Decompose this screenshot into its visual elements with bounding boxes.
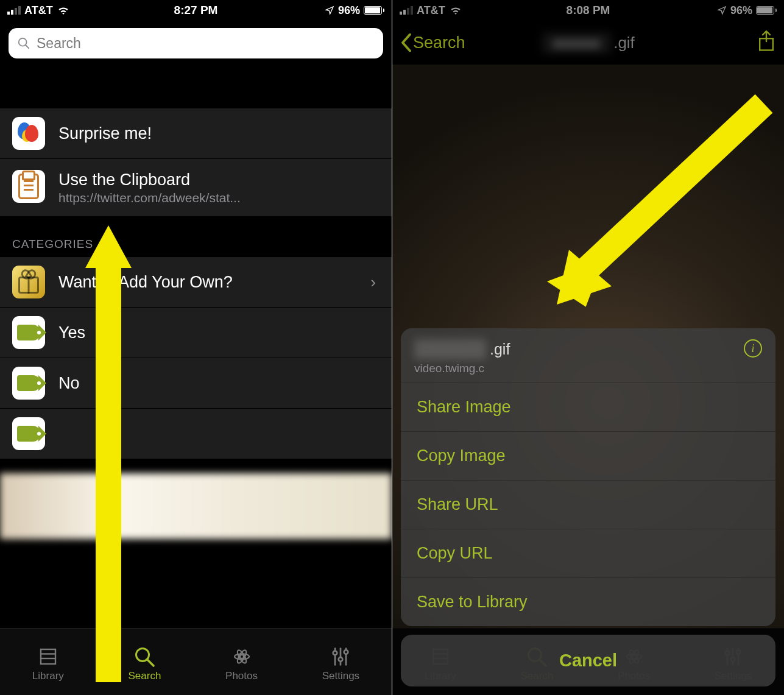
nav-bar: Search xxxxxx .gif (392, 21, 784, 65)
svg-point-14 (333, 651, 337, 655)
svg-point-16 (344, 650, 348, 654)
back-label: Search (413, 34, 465, 52)
left-screen: AT&T 8:27 PM 96% Search Surprise me! Use… (0, 0, 392, 695)
category-row-partial[interactable] (0, 409, 392, 459)
svg-rect-2 (41, 649, 55, 664)
tag-icon (12, 316, 45, 349)
sheet-title: xxxx .gif (414, 339, 510, 359)
action-save-library[interactable]: Save to Library (401, 578, 775, 626)
battery-icon (756, 6, 777, 15)
location-icon (717, 5, 727, 15)
ad-banner-blurred (0, 473, 392, 539)
balloons-icon (12, 117, 45, 150)
row-label: No (58, 373, 80, 393)
status-bar: AT&T 8:08 PM 96% (392, 0, 784, 21)
share-button[interactable] (757, 30, 775, 55)
search-icon (17, 37, 30, 50)
title-redacted: xxxxxx (542, 32, 611, 54)
row-label: Want to Add Your Own? (58, 272, 233, 292)
tab-library[interactable]: Library (32, 646, 64, 682)
svg-point-7 (240, 655, 244, 658)
chevron-left-icon (401, 34, 412, 52)
tag-icon (12, 367, 45, 400)
info-icon[interactable]: i (744, 339, 762, 358)
tab-label: Settings (322, 670, 359, 682)
add-your-own-row[interactable]: Want to Add Your Own? › (0, 257, 392, 308)
wifi-icon (57, 5, 70, 15)
sheet-subtitle: video.twimg.c (414, 362, 510, 375)
action-copy-image[interactable]: Copy Image (401, 432, 775, 481)
right-screen: AT&T 8:08 PM 96% Search xxxxxx .gif Libr… (392, 0, 784, 695)
svg-line-1 (26, 45, 29, 49)
action-copy-url[interactable]: Copy URL (401, 529, 775, 578)
category-yes-row[interactable]: Yes (0, 308, 392, 358)
share-icon (757, 30, 775, 52)
carrier-label: AT&T (417, 4, 445, 17)
row-label: Yes (58, 323, 85, 342)
svg-line-6 (147, 659, 154, 666)
cancel-button[interactable]: Cancel (401, 635, 775, 686)
action-share-url[interactable]: Share URL (401, 481, 775, 529)
signal-icon (7, 6, 21, 15)
page-title: xxxxxx .gif (542, 32, 635, 54)
gift-icon (12, 266, 45, 298)
clipboard-icon (12, 170, 45, 203)
row-sublabel: https://twitter.com/adweek/stat... (58, 191, 241, 205)
svg-point-15 (339, 657, 343, 661)
action-sheet: xxxx .gif video.twimg.c i Share Image Co… (392, 328, 784, 695)
clock: 8:27 PM (174, 4, 218, 17)
battery-icon (364, 6, 384, 15)
search-placeholder: Search (37, 35, 81, 52)
tag-icon (12, 417, 45, 450)
tab-settings[interactable]: Settings (322, 646, 359, 682)
use-clipboard-row[interactable]: Use the Clipboard https://twitter.com/ad… (0, 159, 392, 217)
filename-redacted: xxxx (414, 339, 486, 359)
signal-icon (400, 6, 413, 15)
battery-pct: 96% (338, 4, 360, 17)
tab-label: Photos (225, 670, 258, 682)
category-no-row[interactable]: No (0, 358, 392, 409)
title-ext: .gif (613, 34, 635, 52)
categories-header: CATEGORIES (0, 217, 392, 257)
wifi-icon (449, 5, 462, 15)
status-bar: AT&T 8:27 PM 96% (0, 0, 392, 21)
filename-ext: .gif (490, 340, 510, 358)
clock: 8:08 PM (567, 4, 610, 17)
search-input[interactable]: Search (9, 28, 383, 58)
location-icon (325, 5, 334, 15)
tab-label: Library (32, 670, 64, 682)
action-share-image[interactable]: Share Image (401, 383, 775, 432)
back-button[interactable]: Search (401, 34, 465, 52)
row-label: Use the Clipboard (58, 170, 241, 189)
tab-bar: Library Search Photos Settings (0, 628, 392, 695)
battery-pct: 96% (730, 4, 752, 17)
row-label: Surprise me! (58, 124, 152, 143)
carrier-label: AT&T (24, 4, 53, 17)
tab-photos[interactable]: Photos (225, 646, 258, 682)
tab-label: Search (129, 670, 161, 682)
chevron-right-icon: › (370, 273, 376, 292)
tab-search[interactable]: Search (129, 646, 161, 682)
surprise-me-row[interactable]: Surprise me! (0, 108, 392, 159)
